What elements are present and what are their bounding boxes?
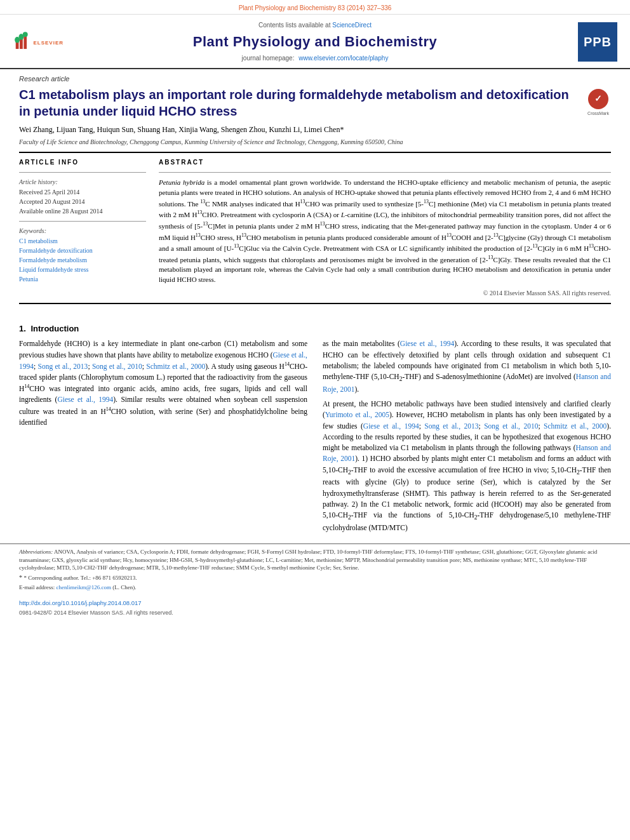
- star-icon: *: [19, 574, 24, 581]
- ppb-logo: PPB: [578, 22, 617, 62]
- journal-citation-text: Plant Physiology and Biochemistry 83 (20…: [239, 4, 392, 11]
- ref-song-2013[interactable]: Song et al., 2013: [38, 363, 88, 370]
- abstract-column: ABSTRACT Petunia hybrida is a model orna…: [159, 158, 611, 298]
- contents-available-line: Contents lists available at ScienceDirec…: [64, 21, 566, 30]
- received-date: Received 25 April 2014: [19, 188, 146, 197]
- journal-homepage-link[interactable]: www.elsevier.com/locate/plaphy: [298, 55, 388, 62]
- ppb-logo-area: PPB: [566, 22, 617, 62]
- journal-citation-bar: Plant Physiology and Biochemistry 83 (20…: [0, 0, 630, 15]
- copyright-line: © 2014 Elsevier Masson SAS. All rights r…: [159, 289, 611, 298]
- article-info-abstract-columns: ARTICLE INFO Article history: Received 2…: [19, 158, 611, 298]
- email-address[interactable]: chenlimeikm@126.com: [56, 584, 111, 590]
- corresponding-author-line: * * Corresponding author. Tel.: +86 871 …: [19, 573, 611, 582]
- elsevier-logo-area: ELSEVIER: [13, 30, 64, 53]
- ref-song-2010b[interactable]: Song et al., 2010: [484, 422, 538, 430]
- divider-after-authors: [19, 152, 611, 153]
- page-wrapper: Plant Physiology and Biochemistry 83 (20…: [0, 0, 630, 622]
- issn-line: 0981-9428/© 2014 Elsevier Masson SAS. Al…: [0, 609, 630, 622]
- elsevier-logo-block: ELSEVIER: [13, 30, 64, 53]
- email-label: E-mail address:: [19, 584, 55, 590]
- svg-rect-0: [16, 42, 19, 49]
- divider-keywords: [19, 221, 146, 222]
- main-content-section: 1. Introduction Formaldehyde (HCHO) is a…: [0, 309, 630, 543]
- elsevier-wordmark: ELSEVIER: [33, 36, 64, 48]
- article-info-header: ARTICLE INFO: [19, 158, 146, 167]
- homepage-label: journal homepage:: [242, 55, 295, 62]
- divider-abstract: [159, 172, 611, 173]
- crossmark-badge[interactable]: ✓ CrossMark: [586, 86, 611, 117]
- intro-number: 1.: [19, 324, 26, 333]
- intro-section-title: 1. Introduction: [19, 323, 611, 335]
- ref-hanson-2001[interactable]: Hanson and Roje, 2001: [323, 373, 611, 393]
- ref-schmitz-2000b[interactable]: Schmitz et al., 2000: [544, 422, 607, 430]
- svg-rect-2: [23, 36, 27, 49]
- footnote-section: Abbreviations: ANOVA, Analysis of varian…: [0, 543, 630, 596]
- ref-giese-1994d[interactable]: Giese et al., 1994: [363, 422, 419, 430]
- ref-hanson-2001b[interactable]: Hanson and Roje, 2001: [323, 444, 611, 462]
- journal-header-center: Contents lists available at ScienceDirec…: [64, 21, 566, 63]
- keywords-list: C1 metabolism Formaldehyde detoxificatio…: [19, 237, 146, 284]
- available-date: Available online 28 August 2014: [19, 207, 146, 216]
- ref-giese-1994c[interactable]: Giese et al., 1994: [400, 340, 454, 347]
- intro-col1: Formaldehyde (HCHO) is a key intermediat…: [19, 338, 307, 537]
- corresponding-phone: +86 871 65920213.: [92, 575, 137, 581]
- ref-giese-1994b[interactable]: Giese et al., 1994: [57, 396, 113, 403]
- elsevier-label: ELSEVIER: [33, 40, 64, 46]
- intro-col2: as the main metabolites (Giese et al., 1…: [323, 338, 611, 537]
- abstract-text: Petunia hybrida is a model ornamental pl…: [159, 178, 611, 285]
- svg-point-5: [23, 32, 28, 37]
- history-label: Article history:: [19, 178, 146, 187]
- elsevier-tree-icon: [13, 30, 30, 53]
- article-title: C1 metabolism plays an important role du…: [19, 86, 586, 119]
- journal-title: Plant Physiology and Biochemistry: [64, 32, 566, 52]
- ref-song-2013b[interactable]: Song et al., 2013: [424, 422, 478, 430]
- ref-song-2010[interactable]: Song et al., 2010: [92, 363, 142, 370]
- affiliation-text: Faculty of Life Science and Biotechnolog…: [19, 138, 403, 145]
- keyword-5: Petunia: [19, 275, 146, 284]
- crossmark-icon: ✓: [588, 89, 608, 109]
- journal-header: ELSEVIER Contents lists available at Sci…: [0, 15, 630, 69]
- affiliation-line: Faculty of Life Science and Biotechnolog…: [19, 138, 611, 147]
- keyword-2: Formaldehyde detoxification: [19, 246, 146, 255]
- email-suffix: (L. Chen).: [112, 584, 136, 590]
- article-type-label: Research article: [0, 69, 630, 86]
- intro-title: Introduction: [30, 324, 79, 333]
- svg-rect-1: [20, 39, 23, 49]
- intro-body-columns: Formaldehyde (HCHO) is a key intermediat…: [19, 338, 611, 537]
- contents-label: Contents lists available at: [258, 22, 330, 29]
- keyword-1: C1 metabolism: [19, 237, 146, 246]
- authors-line: Wei Zhang, Lijuan Tang, Huiqun Sun, Shua…: [19, 124, 611, 135]
- crossmark-label: CrossMark: [587, 110, 609, 117]
- abbreviations-line: Abbreviations: ANOVA, Analysis of varian…: [19, 548, 611, 572]
- authors-text: Wei Zhang, Lijuan Tang, Huiqun Sun, Shua…: [19, 125, 344, 134]
- abbreviations-text: ANOVA, Analysis of variance; CSA, Cyclos…: [19, 549, 597, 571]
- petunia-italics: Petunia hybrida: [159, 178, 204, 186]
- intro-para-1: Formaldehyde (HCHO) is a key intermediat…: [19, 338, 307, 427]
- ref-schmitz-2000[interactable]: Schmitz et al., 2000: [146, 363, 205, 370]
- accepted-date: Accepted 20 August 2014: [19, 197, 146, 206]
- article-title-block: C1 metabolism plays an important role du…: [19, 86, 611, 119]
- divider-after-abstract: [19, 303, 611, 304]
- divider-article-info: [19, 172, 146, 173]
- doi-link[interactable]: http://dx.doi.org/10.1016/j.plaphy.2014.…: [19, 599, 142, 606]
- intro-para-2: as the main metabolites (Giese et al., 1…: [323, 338, 611, 395]
- doi-line[interactable]: http://dx.doi.org/10.1016/j.plaphy.2014.…: [0, 596, 630, 608]
- intro-para-3: At present, the HCHO metabolic pathways …: [323, 399, 611, 533]
- article-info-column: ARTICLE INFO Article history: Received 2…: [19, 158, 146, 298]
- email-line: E-mail address: chenlimeikm@126.com (L. …: [19, 583, 611, 592]
- keyword-4: Liquid formaldehyde stress: [19, 265, 146, 274]
- journal-homepage-line: journal homepage: www.elsevier.com/locat…: [64, 54, 566, 63]
- keywords-label: Keywords:: [19, 227, 146, 236]
- article-header-section: C1 metabolism plays an important role du…: [0, 86, 630, 304]
- abstract-header: ABSTRACT: [159, 158, 611, 167]
- ref-yurimoto-2005[interactable]: Yurimoto et al., 2005: [325, 411, 389, 418]
- article-type-text: Research article: [19, 75, 69, 83]
- keyword-3: Formaldehyde metabolism: [19, 256, 146, 265]
- corresponding-label: * Corresponding author. Tel.:: [24, 575, 91, 581]
- sciencedirect-link[interactable]: ScienceDirect: [332, 22, 372, 29]
- abbreviations-label: Abbreviations:: [19, 549, 53, 555]
